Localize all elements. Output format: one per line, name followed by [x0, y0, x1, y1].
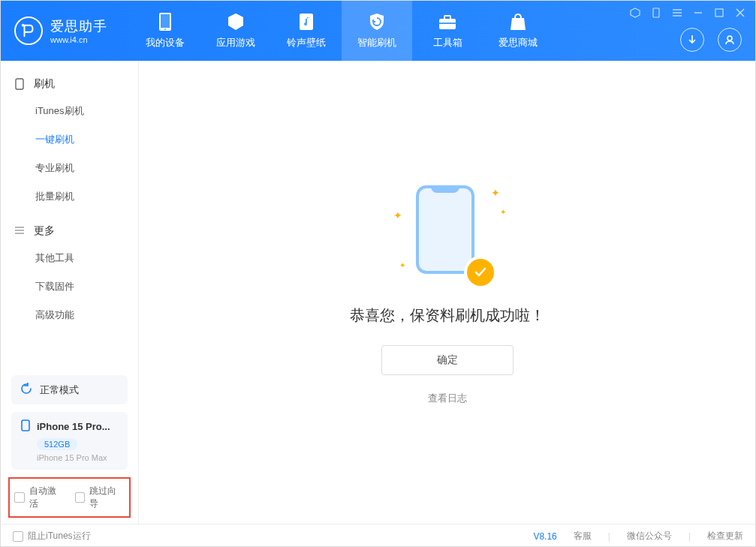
- svg-rect-7: [439, 23, 456, 24]
- device-name: iPhone 15 Pro...: [37, 421, 110, 432]
- group-title: 刷机: [34, 77, 55, 91]
- checkbox-label: 跳过向导: [89, 485, 125, 510]
- flash-options-row: 自动激活 跳过向导: [8, 477, 131, 518]
- device-model: iPhone 15 Pro Max: [37, 453, 119, 462]
- logo-block: 爱思助手 www.i4.cn: [1, 17, 122, 45]
- sparkle-icon: ✦: [393, 209, 402, 221]
- checkbox-auto-activate[interactable]: 自动激活: [14, 485, 65, 510]
- sidebar-item-pro-flash[interactable]: 专业刷机: [1, 154, 138, 182]
- phone-outline-icon: [14, 78, 26, 90]
- view-log-link[interactable]: 查看日志: [428, 392, 467, 405]
- sidebar-item-oneclick-flash[interactable]: 一键刷机: [1, 125, 138, 154]
- app-header: 爱思助手 www.i4.cn 我的设备 应用游戏 铃声壁纸 智能刷机 工具箱 爱…: [1, 1, 755, 61]
- footer: 阻止iTunes运行 V8.16 客服 | 微信公众号 | 检查更新: [1, 524, 755, 547]
- footer-support-link[interactable]: 客服: [574, 530, 592, 542]
- phone-icon[interactable]: [649, 5, 664, 20]
- shield-refresh-icon: [367, 12, 387, 32]
- nav-label: 应用游戏: [216, 36, 255, 50]
- nav-label: 智能刷机: [357, 36, 396, 50]
- sidebar-group-more[interactable]: 更多: [1, 218, 138, 244]
- sidebar-item-batch-flash[interactable]: 批量刷机: [1, 182, 138, 211]
- top-nav: 我的设备 应用游戏 铃声壁纸 智能刷机 工具箱 爱思商城: [130, 1, 553, 61]
- svg-point-16: [727, 36, 732, 41]
- nav-label: 爱思商城: [498, 36, 538, 50]
- svg-rect-21: [22, 420, 29, 431]
- nav-label: 工具箱: [433, 36, 462, 50]
- checkbox-skip-wizard[interactable]: 跳过向导: [75, 485, 125, 510]
- cube-icon: [226, 12, 245, 32]
- checkbox-label: 阻止iTunes运行: [28, 530, 91, 542]
- sparkle-icon: ✦: [399, 261, 405, 269]
- svg-rect-2: [161, 14, 170, 28]
- nav-label: 我的设备: [146, 36, 185, 50]
- checkbox-block-itunes[interactable]: 阻止iTunes运行: [13, 530, 91, 542]
- storage-badge: 512GB: [37, 438, 77, 450]
- checkbox-label: 自动激活: [29, 485, 65, 510]
- more-icon: [14, 225, 26, 237]
- toolbox-icon: [438, 12, 457, 32]
- checkbox-box-icon: [13, 531, 23, 542]
- app-url: www.i4.cn: [50, 35, 107, 44]
- nav-my-device[interactable]: 我的设备: [130, 1, 200, 61]
- app-name: 爱思助手: [50, 17, 107, 35]
- svg-rect-13: [715, 9, 723, 17]
- nav-flash[interactable]: 智能刷机: [342, 1, 412, 61]
- feedback-icon[interactable]: [628, 5, 643, 20]
- version-label: V8.16: [533, 531, 556, 542]
- device-phone-icon: [20, 419, 31, 434]
- footer-check-update-link[interactable]: 检查更新: [707, 530, 743, 542]
- success-message: 恭喜您，保资料刷机成功啦！: [350, 305, 545, 326]
- footer-wechat-link[interactable]: 微信公众号: [627, 530, 672, 542]
- sidebar-item-download-firmware[interactable]: 下载固件: [1, 272, 138, 301]
- svg-point-3: [164, 29, 166, 30]
- checkbox-box-icon: [14, 492, 25, 503]
- nav-store[interactable]: 爱思商城: [483, 1, 553, 61]
- close-icon[interactable]: [733, 5, 748, 20]
- nav-ringtones[interactable]: 铃声壁纸: [271, 1, 342, 61]
- sparkle-icon: ✦: [500, 208, 506, 216]
- sidebar-group-flash[interactable]: 刷机: [1, 71, 138, 97]
- nav-label: 铃声壁纸: [287, 36, 326, 50]
- device-icon: [155, 12, 175, 32]
- window-controls: [628, 5, 748, 20]
- bag-icon: [508, 12, 528, 32]
- maximize-icon[interactable]: [712, 5, 727, 20]
- device-card[interactable]: iPhone 15 Pro... 512GB iPhone 15 Pro Max: [11, 412, 128, 470]
- menu-icon[interactable]: [670, 5, 685, 20]
- refresh-icon: [20, 383, 32, 397]
- nav-apps[interactable]: 应用游戏: [200, 1, 271, 61]
- svg-point-0: [22, 24, 25, 27]
- sidebar-item-itunes-flash[interactable]: iTunes刷机: [1, 97, 138, 125]
- success-badge-icon: [464, 256, 497, 289]
- sidebar-item-other-tools[interactable]: 其他工具: [1, 244, 138, 272]
- phone-notch-icon: [431, 185, 459, 193]
- separator: |: [688, 531, 691, 542]
- logo-icon: [14, 17, 43, 45]
- nav-toolbox[interactable]: 工具箱: [412, 1, 483, 61]
- user-icon[interactable]: [718, 28, 742, 52]
- header-right-actions: [680, 28, 742, 52]
- mode-card[interactable]: 正常模式: [11, 375, 128, 404]
- phone-illustration-icon: [416, 185, 474, 274]
- mode-label: 正常模式: [40, 383, 79, 397]
- svg-rect-8: [653, 8, 659, 17]
- music-icon: [297, 12, 316, 32]
- svg-rect-17: [16, 79, 23, 89]
- sparkle-icon: ✦: [491, 187, 500, 199]
- download-icon[interactable]: [680, 28, 704, 52]
- sidebar-item-advanced[interactable]: 高级功能: [1, 301, 138, 329]
- separator: |: [608, 531, 610, 542]
- main-content: ✦ ✦ ✦ ✦ 恭喜您，保资料刷机成功啦！ 确定 查看日志: [139, 61, 755, 524]
- ok-button[interactable]: 确定: [381, 345, 514, 375]
- svg-rect-6: [444, 16, 450, 20]
- minimize-icon[interactable]: [691, 5, 706, 20]
- group-title: 更多: [34, 224, 55, 238]
- sidebar: 刷机 iTunes刷机 一键刷机 专业刷机 批量刷机 更多 其他工具 下载固件 …: [1, 61, 139, 524]
- checkbox-box-icon: [75, 492, 86, 503]
- success-illustration: ✦ ✦ ✦ ✦: [402, 179, 492, 284]
